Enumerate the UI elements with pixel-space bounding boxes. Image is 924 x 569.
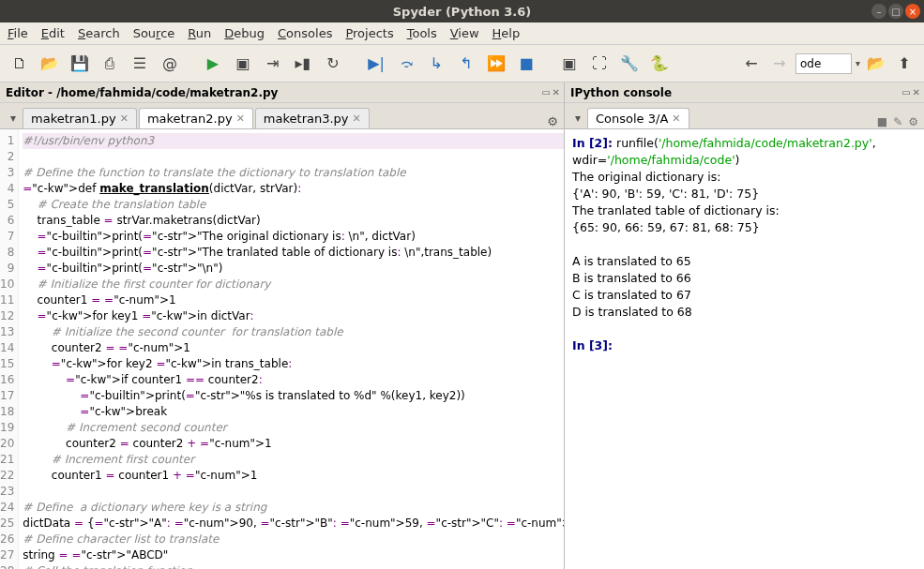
console-undock-icon[interactable]: ▭ [901,87,910,97]
dropdown-icon[interactable]: ▾ [856,58,860,68]
menu-file[interactable]: File [8,26,28,40]
menu-source[interactable]: Source [133,26,175,40]
console-pane: IPython console ▭✕ ▾ Console 3/A✕ ■ ✎ ⚙ … [565,82,924,569]
fullscreen-icon[interactable]: ⛶ [587,52,612,76]
menu-projects[interactable]: Projects [345,26,393,40]
console-tab-close-icon[interactable]: ✕ [672,112,680,125]
save-all-icon[interactable]: ⎙ [98,52,122,76]
editor-header-text: Editor - /home/fahmida/code/maketran2.py [6,86,278,99]
tab-label: maketran1.py [31,112,116,126]
save-icon[interactable]: 💾 [68,52,92,76]
editor-tabs: ▾ maketran1.py✕ maketran2.py✕ maketran3.… [0,103,564,129]
editor-close-icon[interactable]: ✕ [553,87,560,97]
step-over-icon[interactable]: ⤼ [394,52,418,76]
python-path-icon[interactable]: 🐍 [647,52,672,76]
continue-icon[interactable]: ⏩ [484,52,508,76]
console-options-icon[interactable]: ⚙ [908,115,918,128]
parent-dir-icon[interactable]: ⬆ [892,52,916,76]
list-icon[interactable]: ☰ [128,52,152,76]
console-header: IPython console ▭✕ [565,82,924,103]
menu-search[interactable]: Search [78,26,120,40]
editor-options-icon[interactable]: ⚙ [547,114,558,128]
console-edit-icon[interactable]: ✎ [893,115,902,128]
menu-bar: File Edit Search Source Run Debug Consol… [0,22,924,45]
stop-icon[interactable]: ■ [514,52,538,76]
main-splitter: Editor - /home/fahmida/code/maketran2.py… [0,82,924,569]
minimize-button[interactable]: – [871,4,886,19]
toolbar: 🗋 📂 💾 ⎙ ☰ @ ▶ ▣ ⇥ ▸▮ ↻ ▶| ⤼ ↳ ↰ ⏩ ■ ▣ ⛶ … [0,45,924,82]
tab-dropdown-icon[interactable]: ▾ [4,108,23,128]
forward-icon[interactable]: → [767,52,792,76]
menu-debug[interactable]: Debug [224,26,265,40]
maximize-button[interactable]: □ [888,4,903,19]
console-close-icon[interactable]: ✕ [913,87,920,97]
editor-header: Editor - /home/fahmida/code/maketran2.py… [0,82,564,103]
console-stop-icon[interactable]: ■ [877,115,887,128]
console-tab-dropdown-icon[interactable]: ▾ [568,108,587,128]
menu-run[interactable]: Run [188,26,211,40]
tab-label: maketran3.py [264,112,349,126]
back-icon[interactable]: ← [739,52,764,76]
tab-close-icon[interactable]: ✕ [120,112,129,125]
rerun-icon[interactable]: ↻ [321,52,345,76]
menu-consoles[interactable]: Consoles [278,26,332,40]
menu-help[interactable]: Help [492,26,521,40]
menu-view[interactable]: View [450,26,479,40]
run-icon[interactable]: ▶ [201,52,225,76]
tab-maketran1[interactable]: maketran1.py✕ [23,108,137,128]
tab-maketran2[interactable]: maketran2.py✕ [139,108,253,128]
tab-close-icon[interactable]: ✕ [353,112,361,125]
run-cell-icon[interactable]: ▣ [231,52,255,76]
editor-undock-icon[interactable]: ▭ [541,87,550,97]
title-bar: Spyder (Python 3.6) – □ × [0,0,924,22]
close-button[interactable]: × [905,4,920,19]
run-selection-icon[interactable]: ▸▮ [291,52,315,76]
run-cell-advance-icon[interactable]: ⇥ [261,52,285,76]
menu-tools[interactable]: Tools [407,26,437,40]
at-icon[interactable]: @ [158,52,182,76]
step-into-icon[interactable]: ↳ [424,52,448,76]
working-dir-input[interactable] [795,53,852,74]
line-number-gutter: 1234567891011121314151617181920212223242… [0,129,19,569]
tab-maketran3[interactable]: maketran3.py✕ [255,108,370,128]
new-file-icon[interactable]: 🗋 [8,52,32,76]
tab-label: maketran2.py [147,112,233,126]
menu-edit[interactable]: Edit [41,26,65,40]
window-title: Spyder (Python 3.6) [393,5,532,19]
console-output[interactable]: In [2]: runfile('/home/fahmida/code/make… [565,129,924,569]
preferences-icon[interactable]: 🔧 [617,52,642,76]
step-out-icon[interactable]: ↰ [454,52,478,76]
debug-icon[interactable]: ▶| [364,52,388,76]
editor-pane: Editor - /home/fahmida/code/maketran2.py… [0,82,565,569]
console-tab-label: Console 3/A [596,112,668,126]
maximize-pane-icon[interactable]: ▣ [557,52,582,76]
code-editor[interactable]: 1234567891011121314151617181920212223242… [0,129,564,569]
open-file-icon[interactable]: 📂 [38,52,62,76]
browse-dir-icon[interactable]: 📂 [864,52,888,76]
tab-close-icon[interactable]: ✕ [236,112,245,125]
console-tabs: ▾ Console 3/A✕ ■ ✎ ⚙ [565,103,924,129]
console-tab[interactable]: Console 3/A✕ [587,108,689,128]
console-header-text: IPython console [570,86,672,99]
code-content[interactable]: #!/usr/bin/env python3 # Define the func… [19,129,564,569]
